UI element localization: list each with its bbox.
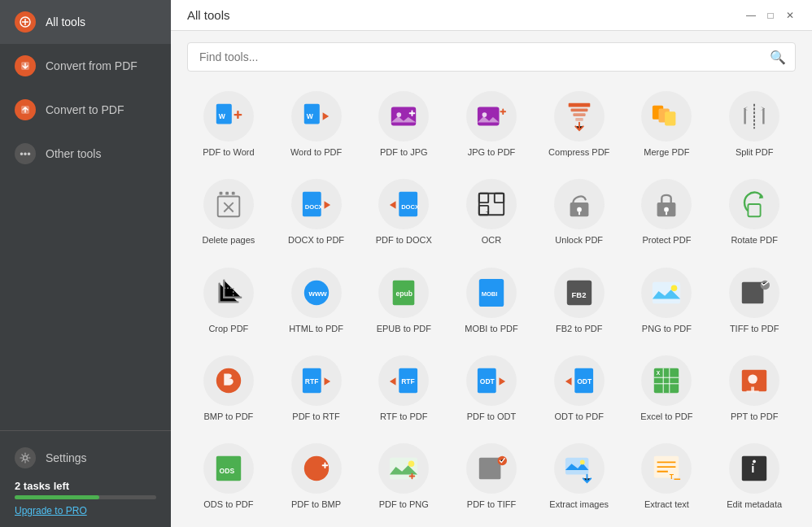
tool-label-excel-to-pdf: Excel to PDF (640, 411, 692, 422)
sidebar-label-convert-from-pdf: Convert from PDF (46, 59, 138, 72)
tool-item-tiff-to-pdf[interactable]: TIFF to PDF (713, 261, 796, 341)
tool-item-docx-to-pdf[interactable]: DOCX DOCX to PDF (275, 172, 358, 252)
tool-icon-ods-to-pdf: ODS (203, 443, 254, 494)
tool-item-jpg-to-pdf[interactable]: JPG to PDF (450, 85, 533, 164)
svg-point-80 (408, 461, 415, 468)
tool-item-merge-pdf[interactable]: Merge PDF (626, 85, 709, 164)
tool-item-ppt-to-pdf[interactable]: PPT to PDF (713, 349, 796, 429)
tool-item-excel-to-pdf[interactable]: X Excel to PDF (626, 349, 709, 429)
tool-item-extract-text[interactable]: T Extract text (626, 437, 709, 516)
svg-text:T: T (670, 473, 674, 481)
sidebar-item-convert-to-pdf[interactable]: Convert to PDF (0, 88, 171, 132)
svg-rect-53 (653, 281, 680, 303)
settings-item[interactable]: Settings (15, 441, 156, 475)
tool-icon-mobi-to-pdf: MOBI (466, 268, 517, 318)
tool-label-bmp-to-pdf: BMP to PDF (203, 411, 253, 422)
svg-point-11 (397, 112, 402, 117)
tool-item-unlock-pdf[interactable]: Unlock PDF (538, 172, 621, 252)
tool-icon-extract-text: T (641, 443, 692, 494)
tool-label-word-to-pdf: Word to PDF (290, 146, 342, 158)
svg-rect-15 (570, 109, 587, 112)
tool-icon-extract-images (554, 443, 605, 494)
tool-label-edit-metadata: Edit metadata (727, 499, 782, 510)
tool-item-split-pdf[interactable]: Split PDF (713, 85, 796, 164)
tool-icon-pdf-to-bmp (291, 443, 342, 494)
search-input[interactable] (187, 42, 796, 72)
tool-item-extract-images[interactable]: Extract images (538, 437, 621, 516)
sidebar-item-all-tools[interactable]: All tools (0, 0, 171, 44)
tool-item-pdf-to-docx[interactable]: DOCX PDF to DOCX (362, 172, 445, 252)
close-button[interactable]: ✕ (784, 10, 796, 21)
sidebar-item-convert-from-pdf[interactable]: Convert from PDF (0, 44, 171, 88)
svg-rect-14 (568, 103, 590, 107)
svg-rect-22 (219, 192, 222, 195)
maximize-button[interactable]: □ (765, 10, 776, 21)
tool-label-html-to-pdf: HTML to PDF (289, 323, 343, 334)
svg-rect-23 (225, 192, 229, 195)
svg-text:W: W (218, 112, 225, 120)
tool-label-pdf-to-tiff: PDF to TIFF (467, 499, 516, 510)
svg-rect-75 (747, 390, 759, 392)
tool-icon-pdf-to-word: W (203, 91, 254, 142)
tool-icon-word-to-pdf: W (291, 91, 342, 142)
svg-point-92 (753, 460, 756, 464)
tool-item-mobi-to-pdf[interactable]: MOBI MOBI to PDF (450, 261, 533, 341)
svg-text:W: W (306, 112, 313, 120)
tool-item-ocr[interactable]: T OCR (450, 172, 533, 252)
svg-text:FB2: FB2 (571, 290, 586, 298)
tool-item-pdf-to-png[interactable]: PDF to PNG (362, 437, 445, 516)
svg-point-41 (665, 207, 670, 212)
tool-label-ods-to-pdf: ODS to PDF (203, 499, 253, 510)
tool-item-edit-metadata[interactable]: i Edit metadata (713, 437, 796, 516)
svg-point-38 (577, 207, 582, 212)
minimize-button[interactable]: — (745, 10, 757, 21)
tool-item-bmp-to-pdf[interactable]: BMP to PDF (187, 349, 270, 429)
tool-item-html-to-pdf[interactable]: www HTML to PDF (275, 261, 358, 341)
tool-icon-docx-to-pdf: DOCX (291, 179, 342, 229)
tool-item-crop-pdf[interactable]: Crop PDF (187, 261, 270, 341)
upgrade-link[interactable]: Upgrade to PRO (15, 505, 87, 516)
tool-item-pdf-to-rtf[interactable]: RTF PDF to RTF (275, 349, 358, 429)
tool-label-pdf-to-bmp: PDF to BMP (291, 499, 341, 510)
sidebar-item-other-tools[interactable]: ••• Other tools (0, 132, 171, 176)
search-bar: 🔍 (187, 42, 796, 72)
svg-text:DOCX: DOCX (304, 203, 322, 211)
tool-item-fb2-to-pdf[interactable]: FB2 FB2 to PDF (538, 261, 621, 341)
tool-item-delete-pages[interactable]: Delete pages (187, 172, 270, 252)
tool-item-compress-pdf[interactable]: Compress PDF (538, 85, 621, 164)
tool-item-pdf-to-bmp[interactable]: PDF to BMP (275, 437, 358, 516)
tool-item-png-to-pdf[interactable]: PNG to PDF (626, 261, 709, 341)
svg-text:ODT: ODT (577, 377, 592, 385)
main-header: All tools — □ ✕ (171, 0, 812, 31)
tool-label-rtf-to-pdf: RTF to PDF (380, 411, 427, 422)
svg-rect-34 (495, 194, 504, 203)
tool-item-rotate-pdf[interactable]: Rotate PDF (713, 172, 796, 252)
tool-icon-pdf-to-png (378, 443, 429, 494)
tool-icon-compress-pdf (554, 91, 605, 142)
tool-item-protect-pdf[interactable]: Protect PDF (626, 172, 709, 252)
tool-item-pdf-to-word[interactable]: W PDF to Word (187, 85, 270, 164)
svg-rect-12 (478, 107, 500, 126)
main-content: All tools — □ ✕ 🔍 W PDF to Word W Word t… (171, 0, 812, 527)
tool-label-split-pdf: Split PDF (736, 146, 773, 158)
tool-label-compress-pdf: Compress PDF (548, 146, 609, 158)
tool-icon-odt-to-pdf: ODT (554, 355, 605, 406)
tool-icon-epub-to-pdf: epub (378, 268, 429, 318)
convert-to-pdf-icon (15, 99, 36, 120)
tool-icon-delete-pages (203, 179, 254, 229)
sidebar-label-all-tools: All tools (46, 15, 85, 28)
svg-rect-17 (575, 118, 583, 121)
svg-text:MOBI: MOBI (482, 290, 498, 297)
tool-item-pdf-to-jpg[interactable]: PDF to JPG (362, 85, 445, 164)
svg-text:DOCX: DOCX (401, 203, 419, 211)
tool-item-odt-to-pdf[interactable]: ODT ODT to PDF (538, 349, 621, 429)
tool-label-pdf-to-odt: PDF to ODT (467, 411, 517, 422)
tool-item-pdf-to-odt[interactable]: ODT PDF to ODT (450, 349, 533, 429)
main-title: All tools (187, 8, 230, 22)
tool-icon-png-to-pdf (641, 268, 692, 318)
tool-item-pdf-to-tiff[interactable]: PDF to TIFF (450, 437, 533, 516)
tool-item-rtf-to-pdf[interactable]: RTF RTF to PDF (362, 349, 445, 429)
tool-item-ods-to-pdf[interactable]: ODS ODS to PDF (187, 437, 270, 516)
tool-item-word-to-pdf[interactable]: W Word to PDF (275, 85, 358, 164)
tool-item-epub-to-pdf[interactable]: epub EPUB to PDF (362, 261, 445, 341)
